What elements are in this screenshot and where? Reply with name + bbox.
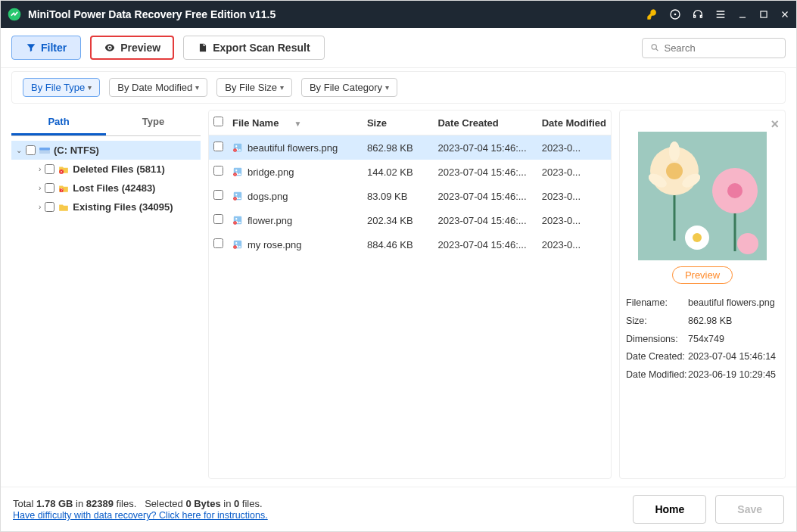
col-date-created[interactable]: Date Created xyxy=(433,110,537,135)
search-input[interactable] xyxy=(664,42,777,54)
close-icon[interactable] xyxy=(780,9,790,20)
svg-rect-7 xyxy=(39,147,50,150)
svg-point-12 xyxy=(235,145,237,147)
image-file-icon xyxy=(232,166,243,177)
file-table: File Name▼ Size Date Created Date Modifi… xyxy=(209,110,611,257)
table-row[interactable]: dogs.png83.09 KB2023-07-04 15:46:...2023… xyxy=(209,184,611,208)
filter-file-category[interactable]: By File Category ▾ xyxy=(301,78,397,97)
col-size[interactable]: Size xyxy=(363,110,434,135)
svg-point-28 xyxy=(666,163,683,179)
row-filename: bridge.png xyxy=(248,166,294,178)
svg-point-24 xyxy=(235,242,237,244)
search-box[interactable] xyxy=(642,38,786,58)
row-date-created: 2023-07-04 15:46:... xyxy=(433,184,537,208)
key-icon[interactable] xyxy=(646,8,658,20)
tree-lost[interactable]: › ? Lost Files (42483) xyxy=(11,179,201,198)
tree-deleted[interactable]: › Deleted Files (5811) xyxy=(11,160,201,179)
info-filename: beautiful flowers.png xyxy=(688,294,775,313)
folder-deleted-icon xyxy=(58,165,69,174)
tree-root[interactable]: ⌄ (C: NTFS) xyxy=(11,141,201,160)
title-bar: MiniTool Power Data Recovery Free Editio… xyxy=(1,1,796,28)
file-panel: File Name▼ Size Date Created Date Modifi… xyxy=(208,110,612,479)
row-filename: beautiful flowers.png xyxy=(248,142,338,154)
row-date-modified: 2023-0... xyxy=(537,135,611,160)
chevron-right-icon[interactable]: › xyxy=(39,203,41,211)
tree-existing[interactable]: › Existing Files (34095) xyxy=(11,198,201,216)
info-date-modified-label: Date Modified: xyxy=(626,366,688,384)
toolbar: Filter Preview Export Scan Result xyxy=(1,28,796,68)
svg-point-18 xyxy=(235,194,237,195)
row-size: 202.34 KB xyxy=(363,208,434,232)
info-dimensions-label: Dimensions: xyxy=(626,331,688,349)
headset-icon[interactable] xyxy=(692,8,704,20)
chevron-right-icon[interactable]: › xyxy=(39,165,41,173)
home-button[interactable]: Home xyxy=(633,495,706,524)
filter-button[interactable]: Filter xyxy=(11,36,81,60)
image-file-icon xyxy=(232,191,243,201)
row-size: 83.09 KB xyxy=(363,184,434,208)
chevron-down-icon[interactable]: ⌄ xyxy=(16,146,22,154)
tree-existing-checkbox[interactable] xyxy=(45,202,54,212)
col-date-modified[interactable]: Date Modified xyxy=(537,110,611,135)
sort-desc-icon: ▼ xyxy=(294,120,301,128)
search-icon xyxy=(650,42,659,53)
tab-path[interactable]: Path xyxy=(11,110,106,135)
info-size-label: Size: xyxy=(626,313,688,331)
filter-label: Filter xyxy=(41,42,67,54)
svg-point-38 xyxy=(693,233,702,242)
tree-lost-checkbox[interactable] xyxy=(45,183,54,193)
filter-file-type[interactable]: By File Type ▾ xyxy=(23,78,100,97)
row-checkbox[interactable] xyxy=(213,214,223,224)
tree-deleted-checkbox[interactable] xyxy=(45,164,54,174)
filter-icon xyxy=(26,42,36,53)
row-checkbox[interactable] xyxy=(213,142,223,151)
tree-existing-label: Existing Files (34095) xyxy=(73,201,173,213)
menu-icon[interactable] xyxy=(714,8,727,20)
row-filename: dogs.png xyxy=(248,191,288,202)
select-all-checkbox[interactable] xyxy=(213,117,223,126)
info-filename-label: Filename: xyxy=(626,294,688,313)
table-row[interactable]: bridge.png144.02 KB2023-07-04 15:46:...2… xyxy=(209,160,611,184)
help-link[interactable]: Have difficulty with data recovery? Clic… xyxy=(13,510,268,521)
row-checkbox[interactable] xyxy=(213,166,223,176)
tab-type[interactable]: Type xyxy=(106,110,201,135)
table-row[interactable]: beautiful flowers.png862.98 KB2023-07-04… xyxy=(209,135,611,160)
table-row[interactable]: flower.png202.34 KB2023-07-04 15:46:...2… xyxy=(209,208,611,232)
maximize-icon[interactable] xyxy=(758,9,769,20)
preview-button[interactable]: Preview xyxy=(90,36,174,60)
row-date-modified: 2023-0... xyxy=(537,232,611,257)
preview-open-button[interactable]: Preview xyxy=(672,266,733,284)
info-date-created: 2023-07-04 15:46:14 xyxy=(688,348,776,366)
filter-file-size[interactable]: By File Size ▾ xyxy=(216,78,292,97)
chevron-right-icon[interactable]: › xyxy=(39,184,41,192)
row-checkbox[interactable] xyxy=(213,190,223,200)
row-date-created: 2023-07-04 15:46:... xyxy=(433,135,537,160)
table-row[interactable]: my rose.png884.46 KB2023-07-04 15:46:...… xyxy=(209,232,611,257)
filter-date-modified[interactable]: By Date Modified ▾ xyxy=(109,78,207,97)
disc-icon[interactable] xyxy=(669,8,681,20)
svg-point-21 xyxy=(235,218,237,219)
row-date-modified: 2023-0... xyxy=(537,208,611,232)
minimize-icon[interactable] xyxy=(737,9,748,20)
col-filename[interactable]: File Name▼ xyxy=(228,110,363,135)
info-date-modified: 2023-06-19 10:29:45 xyxy=(688,366,776,384)
close-preview-icon[interactable]: × xyxy=(771,117,779,132)
export-button[interactable]: Export Scan Result xyxy=(183,36,324,60)
row-checkbox[interactable] xyxy=(213,238,223,248)
tree-root-checkbox[interactable] xyxy=(26,145,36,155)
app-logo-icon xyxy=(7,7,22,22)
tree-panel: Path Type ⌄ (C: NTFS) › Deleted Files (5… xyxy=(11,110,201,479)
row-date-created: 2023-07-04 15:46:... xyxy=(433,232,537,257)
image-file-icon xyxy=(232,142,243,153)
save-button[interactable]: Save xyxy=(715,495,784,524)
export-label: Export Scan Result xyxy=(213,42,310,54)
svg-point-39 xyxy=(737,233,758,254)
tree-deleted-label: Deleted Files (5811) xyxy=(73,163,164,175)
info-date-created-label: Date Created: xyxy=(626,348,688,366)
drive-icon xyxy=(39,146,50,155)
svg-rect-3 xyxy=(761,11,767,17)
info-size: 862.98 KB xyxy=(688,313,732,331)
folder-existing-icon xyxy=(58,203,69,212)
preview-thumbnail xyxy=(638,132,767,260)
chevron-down-icon: ▾ xyxy=(385,83,389,92)
